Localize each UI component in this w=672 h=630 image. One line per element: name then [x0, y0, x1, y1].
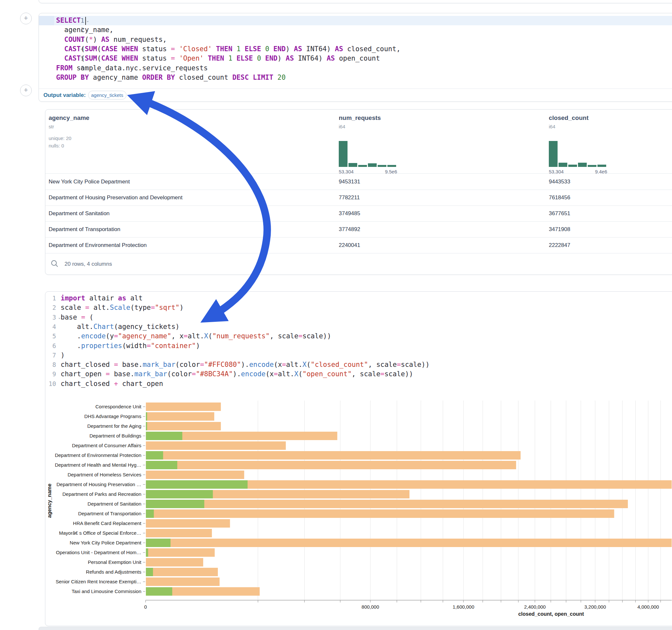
- code-line[interactable]: FROM sample_data.nyc.service_requests: [56, 64, 672, 73]
- column-histogram: [549, 141, 607, 167]
- add-cell-button-top[interactable]: +: [20, 13, 32, 24]
- line-number: 4: [45, 322, 56, 332]
- histogram-bar: [588, 165, 597, 167]
- search-icon[interactable]: [51, 260, 59, 268]
- table-row[interactable]: Department of Housing Preservation and D…: [45, 190, 672, 206]
- add-cell-button-middle[interactable]: +: [20, 84, 32, 96]
- histogram-bar: [568, 165, 577, 167]
- table-header-row: agency_namestrunique: 20nulls: 0num_requ…: [45, 110, 672, 173]
- table-row[interactable]: Department of Sanitation37494853677651: [45, 205, 672, 222]
- code-line[interactable]: scale = alt.Scale(type="sqrt"): [61, 303, 672, 312]
- column-stat: unique: 20: [49, 136, 71, 141]
- histogram-bar: [368, 163, 377, 167]
- column-name: agency_name: [49, 114, 90, 122]
- cell-agency-name: Department of Environmental Protection: [49, 237, 146, 253]
- sql-cell[interactable]: 1⌄SELECT 2 agency_name,3 COUNT(*) AS num…: [39, 13, 672, 102]
- line-number: 10: [45, 379, 56, 389]
- histogram-bar: [558, 163, 567, 167]
- code-line[interactable]: .properties(width="container"): [61, 341, 672, 350]
- code-line[interactable]: COUNT(*) AS num_requests,: [56, 35, 672, 44]
- line-number: 9: [45, 369, 56, 379]
- histogram-bar: [387, 165, 396, 167]
- cell-agency-name: Department of Housing Preservation and D…: [49, 190, 183, 205]
- code-line[interactable]: ): [61, 350, 672, 360]
- sql-code-editor[interactable]: 1⌄SELECT 2 agency_name,3 COUNT(*) AS num…: [39, 16, 672, 89]
- line-number: 2: [45, 303, 56, 312]
- table-row-count: 20 rows, 4 columns: [65, 261, 112, 267]
- column-type: str: [49, 124, 54, 129]
- histogram-bar: [578, 163, 587, 167]
- column-type: i64: [549, 124, 555, 129]
- code-line[interactable]: chart_closed = base.mark_bar(color="#FFC…: [61, 360, 672, 369]
- table-row[interactable]: New York City Police Department945313194…: [45, 174, 672, 190]
- histogram-bar: [549, 141, 557, 167]
- table-row[interactable]: Department of Transportation377489234719…: [45, 221, 672, 238]
- python-code-editor[interactable]: 1import altair as alt2scale = alt.Scale(…: [45, 294, 672, 391]
- cell-agency-name: New York City Police Department: [49, 174, 130, 190]
- output-variable-label: Output variable:: [44, 92, 86, 98]
- histogram-bar: [358, 165, 367, 167]
- code-line[interactable]: CAST(SUM(CASE WHEN status = 'Closed' THE…: [56, 44, 672, 54]
- cell-divider: [39, 89, 672, 89]
- histogram-bar: [378, 165, 386, 167]
- code-line[interactable]: import altair as alt: [61, 294, 672, 303]
- notebook-page: + + 1⌄SELECT 2 agency_name,3 COUNT(*) AS…: [0, 0, 672, 630]
- code-line[interactable]: SELECT: [56, 16, 672, 25]
- code-line[interactable]: CAST(SUM(CASE WHEN status = 'Open' THEN …: [56, 54, 672, 63]
- table-body: New York City Police Department945313194…: [45, 173, 672, 253]
- column-histogram: [339, 141, 397, 167]
- cell-num-requests: 2240041: [339, 237, 360, 253]
- previous-cell-edge: [39, 0, 672, 3]
- line-number: 3: [45, 313, 56, 322]
- histogram-bar: [339, 141, 347, 167]
- line-number: 1: [45, 294, 56, 303]
- code-line[interactable]: chart_open = base.mark_bar(color="#8BC34…: [61, 369, 672, 379]
- column-name: num_requests: [339, 114, 381, 122]
- cell-closed-count: 9443533: [549, 174, 570, 190]
- histogram-bar: [349, 163, 357, 167]
- cell-num-requests: 7782211: [339, 190, 360, 205]
- cell-closed-count: 2222847: [549, 237, 570, 253]
- line-number: 5: [45, 332, 56, 341]
- result-table-card: agency_namestrunique: 20nulls: 0num_requ…: [45, 109, 672, 275]
- line-number: 6: [45, 341, 56, 350]
- column-name: closed_count: [549, 114, 589, 122]
- table-row[interactable]: Department of Environmental Protection22…: [45, 237, 672, 253]
- code-line[interactable]: chart_closed + chart_open: [61, 379, 672, 389]
- cell-num-requests: 9453131: [339, 174, 360, 190]
- line-number: 8: [45, 360, 56, 369]
- code-line[interactable]: GROUP BY agency_name ORDER BY closed_cou…: [56, 73, 672, 82]
- cell-num-requests: 3749485: [339, 205, 360, 221]
- next-cell-edge: [39, 627, 672, 630]
- cell-closed-count: 3471908: [549, 221, 570, 237]
- code-line[interactable]: .encode(y="agency_name", x=alt.X("num_re…: [61, 332, 672, 341]
- column-type: i64: [339, 124, 345, 129]
- code-line[interactable]: agency_name,: [56, 25, 672, 35]
- cell-num-requests: 3774892: [339, 221, 360, 237]
- column-stat: nulls: 0: [49, 143, 64, 148]
- python-cell[interactable]: 1import altair as alt2scale = alt.Scale(…: [45, 291, 672, 626]
- cell-closed-count: 7618456: [549, 190, 570, 205]
- cell-agency-name: Department of Transportation: [49, 221, 120, 237]
- histogram-bar: [597, 165, 606, 167]
- output-variable-pill[interactable]: agency_tickets: [88, 91, 126, 99]
- cell-closed-count: 3677651: [549, 205, 570, 221]
- cell-agency-name: Department of Sanitation: [49, 205, 110, 221]
- code-line[interactable]: base = (: [61, 313, 672, 322]
- text-cursor: [85, 17, 86, 25]
- line-number: 7: [45, 350, 56, 360]
- code-line[interactable]: alt.Chart(agency_tickets): [61, 322, 672, 332]
